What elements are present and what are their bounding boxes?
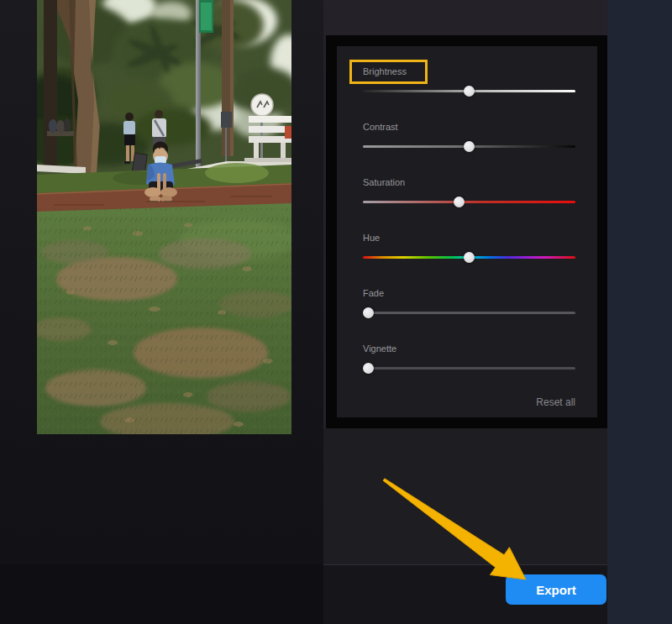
slider-handle[interactable]: [464, 252, 475, 263]
slider-label: Contrast: [363, 122, 398, 132]
adjust-panel: Brightness Contrast Saturation Hue: [337, 46, 597, 417]
slider[interactable]: [363, 141, 575, 152]
slider-row-fade: Fade: [363, 281, 575, 332]
slider-label: Vignette: [363, 343, 396, 354]
slider-row-hue: Hue: [363, 226, 575, 276]
slider-row-contrast: Contrast: [363, 115, 575, 165]
slider[interactable]: [363, 252, 575, 263]
park-scene: [37, 0, 291, 434]
slider-label: Saturation: [363, 177, 405, 187]
slider-handle[interactable]: [464, 141, 475, 152]
slider[interactable]: [363, 307, 575, 318]
slider-handle[interactable]: [363, 307, 374, 318]
slider-row-saturation: Saturation: [363, 170, 575, 221]
right-sidebar: [607, 0, 672, 624]
slider[interactable]: [363, 86, 575, 97]
video-preview[interactable]: [37, 0, 291, 434]
slider-label: Fade: [363, 288, 384, 298]
app-window: 00:00/00:13 Brightness Contrast Sa: [0, 0, 672, 624]
preview-pane: 00:00/00:13: [0, 0, 323, 624]
slider-handle[interactable]: [464, 86, 475, 97]
playback-controls: 00:00/00:13: [0, 445, 323, 484]
slider-row-vignette: Vignette: [363, 337, 575, 387]
reset-all-link[interactable]: Reset all: [536, 396, 575, 408]
slider-track[interactable]: [363, 312, 575, 314]
slider[interactable]: [363, 363, 575, 374]
left-footer-strip: [0, 564, 323, 624]
slider-label: Brightness: [363, 66, 407, 76]
slider-track[interactable]: [363, 367, 575, 370]
slider-label: Hue: [363, 233, 380, 243]
slider-row-brightness: Brightness: [363, 60, 575, 110]
slider-track[interactable]: [363, 201, 575, 203]
slider-handle[interactable]: [363, 363, 374, 374]
slider[interactable]: [363, 197, 575, 207]
slider-handle[interactable]: [454, 197, 465, 207]
export-button[interactable]: Export: [506, 574, 606, 605]
below-panel-area: [323, 428, 607, 564]
